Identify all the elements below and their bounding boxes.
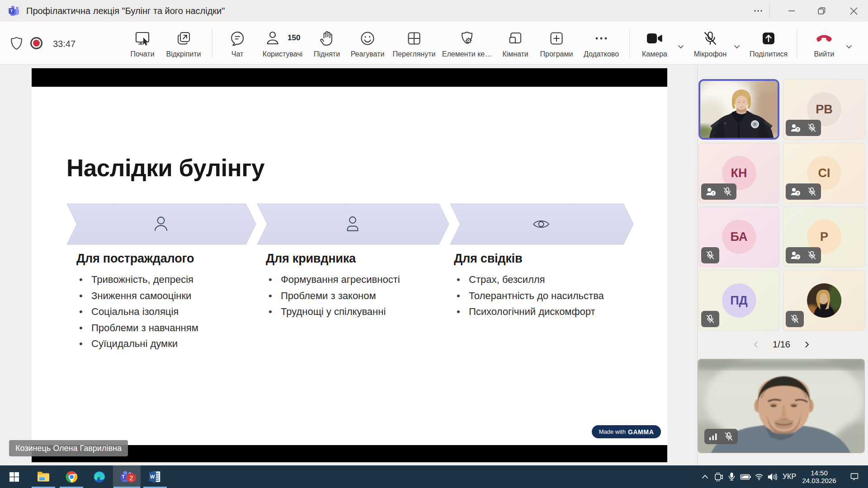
tray-camera[interactable] — [712, 465, 724, 488]
apps-button[interactable]: Програми — [533, 22, 580, 65]
participant-tile[interactable]: РВ ? — [783, 79, 865, 140]
window-restore-icon — [817, 7, 826, 15]
bullet-list: Формування агресивності Проблеми з закон… — [266, 272, 400, 320]
bullet-list: Тривожність, депресія Зниження самооцінк… — [76, 272, 198, 352]
participant-tile[interactable]: ПД — [698, 270, 779, 331]
mic-off-icon — [807, 123, 816, 132]
meeting-timer: 33:47 — [53, 39, 75, 49]
word-running-indicator — [143, 487, 167, 488]
screen-share-icon — [134, 30, 151, 47]
hangup-icon — [816, 32, 833, 45]
file-explorer-icon — [37, 471, 50, 482]
chrome-button[interactable] — [63, 465, 80, 488]
column-heading: Для кривдника — [266, 252, 356, 266]
page-next-icon[interactable] — [803, 341, 811, 348]
page-previous-icon[interactable] — [752, 341, 760, 348]
unpin-button[interactable]: Відкріпити — [159, 22, 208, 65]
window-more-button[interactable] — [747, 0, 769, 22]
tray-date: 24.03.2026 — [797, 477, 842, 484]
bullet-item: Толерантність до насильства — [454, 288, 604, 304]
share-button[interactable]: Поділитися — [746, 22, 791, 65]
meeting-toolbar: 33:47 Почати Відкріпити Чат 150 Користув… — [0, 22, 868, 65]
tray-clock[interactable]: 14:50 24.03.2026 — [797, 465, 842, 488]
bullet-item: Проблеми з законом — [266, 288, 400, 304]
window-minimize-button[interactable] — [780, 0, 803, 22]
signal-strength-icon — [709, 432, 718, 441]
chrome-running-indicator — [60, 487, 83, 488]
participant-photo — [807, 283, 841, 318]
people-icon — [265, 31, 280, 46]
start-button[interactable] — [6, 465, 22, 488]
tray-mic-icon — [728, 472, 735, 481]
windows-logo-icon — [9, 472, 19, 482]
chevron-up-icon — [702, 474, 708, 479]
bullet-item: Соціальна ізоляція — [76, 304, 198, 320]
security-shield-icon — [10, 37, 23, 50]
participant-tile[interactable]: БА — [698, 206, 779, 267]
people-button[interactable]: 150 Користувачі — [258, 22, 307, 65]
teams-app-icon: T — [8, 5, 20, 17]
window-restore-button[interactable] — [810, 0, 833, 22]
bullet-item: Труднощі у спілкуванні — [266, 304, 400, 320]
more-button[interactable]: Додатково — [577, 22, 625, 65]
tray-show-hidden-icons[interactable] — [699, 465, 711, 488]
raise-hand-button[interactable]: Підняти — [310, 22, 344, 65]
window-close-button[interactable] — [842, 0, 865, 22]
bullet-item: Проблеми з навчанням — [76, 320, 198, 336]
leave-chevron-icon[interactable] — [845, 43, 853, 50]
tray-time: 14:50 — [797, 469, 842, 477]
react-button[interactable]: Реагувати — [347, 22, 388, 65]
spotlight-video-tile[interactable] — [698, 359, 865, 453]
view-button[interactable]: Переглянути — [388, 22, 440, 65]
mic-off-icon — [706, 314, 715, 324]
page-indicator: 1/16 — [773, 339, 790, 350]
tray-wifi-icon — [755, 473, 764, 480]
tray-notifications[interactable] — [846, 465, 863, 488]
raise-hand-icon — [319, 30, 335, 47]
svg-text:?: ? — [797, 254, 799, 259]
tile-status-badges: ? — [786, 120, 821, 136]
participant-tile-video[interactable] — [698, 79, 779, 140]
camera-chevron-icon[interactable] — [677, 43, 684, 50]
gamma-brand: GAMMA — [628, 428, 654, 436]
tray-wifi[interactable] — [753, 465, 765, 488]
participant-count: 150 — [288, 33, 300, 42]
person-question-icon: ? — [790, 123, 801, 132]
participant-tile[interactable]: КН ! — [698, 143, 779, 203]
mic-off-icon — [706, 251, 715, 260]
arrow-banner-2 — [257, 204, 449, 244]
edge-button[interactable] — [91, 465, 107, 488]
gamma-badge-prefix: Made with — [599, 428, 626, 435]
presenter-video — [700, 81, 778, 138]
microphone-chevron-icon[interactable] — [733, 43, 741, 50]
tray-microphone[interactable] — [726, 465, 737, 488]
word-icon: W — [149, 471, 161, 483]
camera-button[interactable]: Камера — [637, 22, 672, 65]
participants-pagination: 1/16 — [698, 336, 865, 352]
tray-language[interactable]: УКР — [780, 465, 798, 488]
tile-status-badges: ? — [786, 183, 821, 200]
mic-off-icon — [807, 251, 816, 260]
participant-tile[interactable]: СІ ? — [783, 143, 865, 203]
window-minimize-icon — [788, 7, 796, 15]
participant-tile-photo[interactable] — [783, 270, 865, 331]
start-presenting-button[interactable]: Почати — [126, 22, 159, 65]
made-with-gamma-badge[interactable]: Made with GAMMA — [592, 425, 661, 438]
word-button[interactable]: W — [147, 465, 163, 488]
leave-button[interactable]: Вийти — [807, 22, 841, 65]
rooms-icon — [508, 31, 523, 46]
bullet-item: Формування агресивності — [266, 272, 400, 288]
teams-taskbar-slot[interactable]: T 2 — [113, 465, 141, 488]
rooms-button[interactable]: Кімнати — [495, 22, 535, 65]
tray-volume[interactable] — [766, 465, 779, 488]
tray-battery[interactable] — [739, 465, 752, 488]
control-elements-button[interactable]: Елементи ке… — [441, 22, 493, 65]
participant-tile[interactable]: Р ? — [783, 206, 865, 267]
tray-camera-icon — [714, 473, 723, 481]
tile-status-badges — [701, 311, 719, 327]
microphone-button[interactable]: Мікрофон — [691, 22, 730, 65]
file-explorer-button[interactable] — [35, 465, 52, 488]
chat-button[interactable]: Чат — [224, 22, 251, 65]
smiley-icon — [360, 31, 375, 46]
tile-status-badges — [701, 247, 719, 263]
